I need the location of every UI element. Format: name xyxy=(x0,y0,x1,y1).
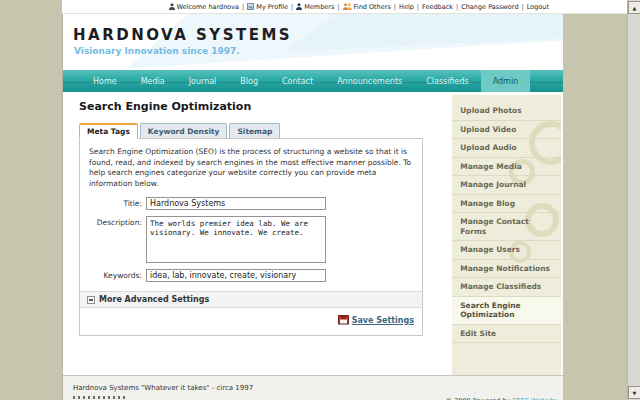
nav-item-contact[interactable]: Contact xyxy=(270,70,325,92)
tab-meta-tags[interactable]: Meta Tags xyxy=(79,123,138,139)
member-icon xyxy=(296,3,302,10)
sidebar-item-manage-notifications[interactable]: Manage Notifications xyxy=(452,260,561,279)
title-input[interactable] xyxy=(146,197,326,210)
keywords-input[interactable] xyxy=(146,269,326,282)
sidebar-item-upload-photos[interactable]: Upload Photos xyxy=(452,102,561,121)
scroll-down-button[interactable]: ▼ xyxy=(628,386,640,399)
vertical-scrollbar[interactable]: ▲ ▼ xyxy=(627,0,640,400)
seo-intro-text: Search Engine Optimization (SEO) is the … xyxy=(80,139,422,191)
footer-motto: Hardnova Systems "Whatever it takes" - c… xyxy=(73,384,253,392)
nav-item-classifieds[interactable]: Classifieds xyxy=(414,70,480,92)
keywords-label: Keywords: xyxy=(80,269,146,282)
sidebar-item-manage-contact-forms[interactable]: Manage Contact Forms xyxy=(452,213,561,241)
tab-sitemap[interactable]: Sitemap xyxy=(229,123,280,139)
profile-icon xyxy=(247,3,254,10)
feedback-link[interactable]: Feedback xyxy=(422,3,453,11)
nav-item-blog[interactable]: Blog xyxy=(228,70,270,92)
save-icon xyxy=(338,315,349,325)
seo-tabs: Meta Tags Keyword Density Sitemap xyxy=(79,123,452,138)
members-link[interactable]: Members xyxy=(296,3,334,11)
nav-item-admin[interactable]: Admin xyxy=(481,70,531,92)
description-textarea[interactable]: The worlds premier idea lab. We are visi… xyxy=(146,216,326,263)
tab-keyword-density[interactable]: Keyword Density xyxy=(140,123,228,139)
nav-item-media[interactable]: Media xyxy=(129,70,177,92)
admin-sidebar: Upload Photos Upload Video Upload Audio … xyxy=(452,92,563,375)
welcome-text: Welcome hardnova xyxy=(177,3,240,11)
main-content: Search Engine Optimization Meta Tags Key… xyxy=(63,92,452,375)
scroll-up-button[interactable]: ▲ xyxy=(628,1,640,14)
meta-form: Title: Description: The worlds premier i… xyxy=(80,197,422,282)
site-header: HARDNOVA SYSTEMS Visionary Innovation si… xyxy=(63,14,563,70)
site-tagline: Visionary Innovation since 1997. xyxy=(74,46,240,56)
change-password-link[interactable]: Change Password xyxy=(461,3,518,11)
nav-item-home[interactable]: Home xyxy=(81,70,129,92)
nav-item-journal[interactable]: Journal xyxy=(177,70,229,92)
sidebar-item-manage-users[interactable]: Manage Users xyxy=(452,241,561,260)
footer-clipped-line xyxy=(73,396,127,399)
advanced-settings-label: More Advanced Settings xyxy=(99,295,209,304)
welcome-user: Welcome hardnova xyxy=(169,3,240,11)
sidebar-item-upload-audio[interactable]: Upload Audio xyxy=(452,139,561,158)
main-nav: Home Media Journal Blog Contact Announce… xyxy=(63,70,563,92)
sidebar-item-edit-site[interactable]: Edit Site xyxy=(452,325,561,344)
user-icon xyxy=(169,3,175,10)
sidebar-item-upload-video[interactable]: Upload Video xyxy=(452,121,561,140)
find-others-link[interactable]: Find Others xyxy=(343,3,391,11)
find-others-icon xyxy=(343,3,352,10)
page-footer: Hardnova Systems "Whatever it takes" - c… xyxy=(63,375,563,400)
sidebar-item-manage-blog[interactable]: Manage Blog xyxy=(452,195,561,214)
sidebar-item-manage-media[interactable]: Manage Media xyxy=(452,158,561,177)
page: HARDNOVA SYSTEMS Visionary Innovation si… xyxy=(62,14,563,400)
logout-link[interactable]: Logout xyxy=(527,3,549,11)
top-user-bar: Welcome hardnova | My Profile | Members … xyxy=(62,0,627,14)
site-logo: HARDNOVA SYSTEMS xyxy=(73,26,292,44)
expander-icon xyxy=(87,296,95,304)
description-label: Description: xyxy=(80,216,146,263)
nav-item-announcements[interactable]: Announcements xyxy=(325,70,414,92)
title-label: Title: xyxy=(80,197,146,210)
page-title: Search Engine Optimization xyxy=(79,100,452,113)
sidebar-item-manage-journal[interactable]: Manage Journal xyxy=(452,176,561,195)
help-link[interactable]: Help xyxy=(399,3,414,11)
more-advanced-settings-toggle[interactable]: More Advanced Settings xyxy=(80,291,422,308)
meta-tags-panel: Search Engine Optimization (SEO) is the … xyxy=(79,138,423,336)
sidebar-item-manage-classifieds[interactable]: Manage Classifieds xyxy=(452,278,561,297)
sidebar-item-search-engine-optimization[interactable]: Search Engine Optimization xyxy=(452,297,561,325)
my-profile-link[interactable]: My Profile xyxy=(247,3,288,11)
save-settings-button[interactable]: Save Settings xyxy=(352,316,414,325)
